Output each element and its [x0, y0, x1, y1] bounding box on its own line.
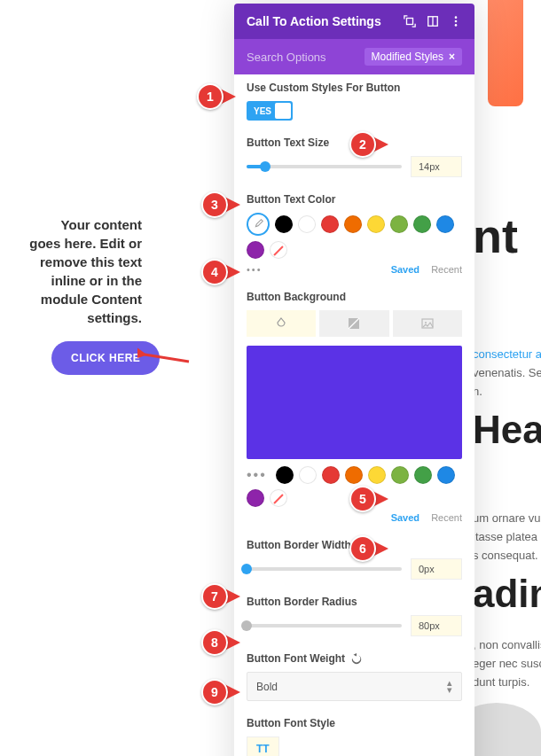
panel-title: Call To Action Settings: [247, 14, 381, 28]
no-color-swatch[interactable]: [270, 489, 287, 507]
color-swatch[interactable]: [275, 215, 293, 233]
saved-colors-tab[interactable]: Saved: [391, 512, 419, 523]
saved-colors-tab[interactable]: Saved: [391, 264, 419, 275]
search-input[interactable]: [247, 51, 362, 64]
no-color-swatch[interactable]: [270, 241, 287, 259]
paragraph-fragment: consectetur adip venenatis. Sed n.: [473, 346, 541, 401]
promo-banner: [488, 0, 523, 106]
more-colors-icon[interactable]: •••: [247, 467, 267, 483]
bg-label: Button Background: [247, 291, 462, 303]
bg-color-tab[interactable]: [247, 310, 316, 337]
text-size-slider[interactable]: [247, 165, 402, 168]
panel-header: Call To Action Settings: [234, 4, 474, 39]
slider-thumb-icon[interactable]: [260, 161, 270, 172]
border-radius-slider[interactable]: [247, 624, 402, 627]
color-swatch[interactable]: [390, 215, 408, 233]
font-weight-select[interactable]: Bold ▴▾: [247, 672, 462, 701]
color-swatch[interactable]: [321, 215, 339, 233]
toggle-knob-icon: [275, 103, 291, 119]
font-style-label: Button Font Style: [247, 717, 462, 729]
settings-panel: Call To Action Settings Modified Styles …: [234, 4, 474, 756]
custom-styles-toggle[interactable]: YES: [247, 101, 293, 121]
color-swatch[interactable]: [247, 489, 264, 507]
callout-badge: 9: [201, 679, 255, 705]
paragraph-fragment: , non convallis l eger nec suscipi dunt …: [473, 636, 541, 691]
color-swatch[interactable]: [298, 215, 316, 233]
callout-badge: 8: [201, 629, 255, 656]
color-swatch[interactable]: [414, 466, 432, 484]
text-color-swatches: [247, 213, 462, 259]
color-swatch[interactable]: [247, 241, 264, 259]
border-width-slider[interactable]: [247, 567, 402, 571]
color-swatch[interactable]: [367, 215, 385, 233]
slider-thumb-icon[interactable]: [241, 564, 252, 574]
svg-point-4: [455, 16, 458, 19]
panel-subheader: Modified Styles ×: [234, 39, 474, 74]
bg-gradient-tab[interactable]: [319, 310, 388, 337]
heading-fragment: adin: [473, 572, 541, 616]
callout-badge: 1: [197, 83, 250, 110]
more-icon[interactable]: [450, 15, 462, 27]
bg-preview[interactable]: [247, 346, 462, 459]
close-icon[interactable]: ×: [449, 51, 455, 63]
filter-pill[interactable]: Modified Styles ×: [365, 48, 462, 66]
svg-rect-1: [407, 19, 413, 25]
color-swatch[interactable]: [322, 466, 340, 484]
svg-line-0: [145, 355, 189, 362]
recent-colors-tab[interactable]: Recent: [431, 264, 462, 275]
font-weight-label: Button Font Weight: [247, 652, 345, 665]
color-swatch[interactable]: [368, 466, 386, 484]
module-placeholder-text: Your content goes here. Edit or remove t…: [27, 215, 142, 327]
filter-pill-label: Modified Styles: [372, 51, 443, 63]
color-swatch[interactable]: [299, 466, 317, 484]
toggle-state-label: YES: [254, 106, 271, 116]
text-color-label: Button Text Color: [247, 193, 462, 206]
reset-icon[interactable]: [350, 652, 363, 665]
heading-fragment: nt: [473, 208, 518, 263]
color-swatch[interactable]: [437, 466, 455, 484]
select-value: Bold: [256, 681, 278, 693]
callout-badge: 7: [201, 583, 255, 610]
svg-point-9: [425, 322, 427, 323]
custom-styles-label: Use Custom Styles For Button: [247, 82, 462, 94]
color-swatch[interactable]: [413, 215, 431, 233]
callout-badge: 4: [201, 259, 255, 285]
heading-fragment: Hea: [473, 408, 541, 452]
border-radius-value[interactable]: 80px: [411, 615, 462, 636]
callout-badge: 5: [349, 486, 403, 512]
uppercase-toggle[interactable]: TT: [247, 737, 279, 756]
expand-icon[interactable]: [404, 15, 416, 27]
svg-point-5: [455, 20, 458, 23]
snap-icon[interactable]: [427, 15, 439, 27]
border-radius-label: Button Border Radius: [247, 596, 462, 608]
text-size-value[interactable]: 14px: [411, 156, 462, 177]
recent-colors-tab[interactable]: Recent: [431, 512, 462, 523]
callout-badge: 6: [349, 535, 403, 562]
bg-image-tab[interactable]: [393, 310, 462, 337]
chevron-updown-icon: ▴▾: [447, 680, 452, 693]
color-swatch[interactable]: [276, 466, 294, 484]
callout-badge: 2: [349, 131, 403, 158]
border-width-value[interactable]: 0px: [411, 558, 462, 580]
color-swatch[interactable]: [345, 466, 363, 484]
color-swatch[interactable]: [344, 215, 362, 233]
svg-point-6: [455, 24, 458, 27]
paragraph-fragment: um ornare vulp itasse platea di s conseq…: [473, 510, 541, 565]
pointer-arrow-icon: [137, 347, 191, 367]
color-swatch[interactable]: [391, 466, 409, 484]
color-swatch[interactable]: [436, 215, 454, 233]
callout-badge: 3: [201, 191, 255, 218]
